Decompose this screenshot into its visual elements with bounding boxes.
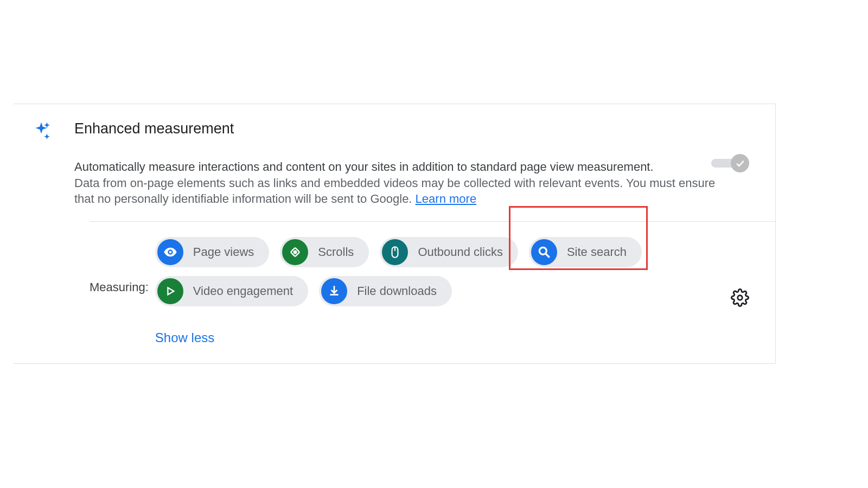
svg-line-5 bbox=[546, 254, 550, 258]
chip-label: Outbound clicks bbox=[418, 245, 503, 259]
toggle-knob bbox=[731, 154, 749, 172]
chip-outbound-clicks[interactable]: Outbound clicks bbox=[380, 237, 518, 267]
mouse-icon bbox=[382, 239, 408, 265]
chip-label: Scrolls bbox=[318, 245, 354, 259]
svg-point-4 bbox=[539, 247, 546, 254]
section-description-line2: Data from on-page elements such as links… bbox=[74, 176, 715, 206]
chip-site-search[interactable]: Site search bbox=[529, 237, 642, 267]
svg-point-1 bbox=[294, 251, 297, 254]
measuring-label: Measuring: bbox=[90, 280, 149, 294]
chip-label: Site search bbox=[567, 245, 627, 259]
scroll-icon bbox=[282, 239, 308, 265]
svg-point-7 bbox=[738, 296, 743, 300]
section-description: Automatically measure interactions and c… bbox=[74, 159, 759, 207]
section-description-line1: Automatically measure interactions and c… bbox=[74, 160, 654, 174]
eye-icon bbox=[157, 239, 183, 265]
chip-label: Page views bbox=[193, 245, 254, 259]
chips-area: Page views Scrolls bbox=[155, 237, 642, 345]
chip-scrolls[interactable]: Scrolls bbox=[280, 237, 369, 267]
download-icon bbox=[321, 278, 347, 304]
chips-row-1: Page views Scrolls bbox=[155, 237, 642, 267]
gear-icon[interactable] bbox=[731, 288, 749, 309]
chip-label: Video engagement bbox=[193, 284, 293, 298]
section-title: Enhanced measurement bbox=[74, 120, 759, 137]
search-icon bbox=[531, 239, 557, 265]
svg-marker-6 bbox=[168, 288, 174, 295]
learn-more-link[interactable]: Learn more bbox=[416, 192, 477, 206]
enhanced-measurement-toggle[interactable] bbox=[711, 154, 749, 171]
chip-page-views[interactable]: Page views bbox=[155, 237, 270, 267]
chip-label: File downloads bbox=[357, 284, 437, 298]
chips-row-2: Video engagement File downloads bbox=[155, 276, 642, 306]
section-header-text: Enhanced measurement Automatically measu… bbox=[74, 120, 759, 207]
enhanced-measurement-panel: Enhanced measurement Automatically measu… bbox=[14, 104, 776, 364]
sparkle-icon bbox=[30, 120, 53, 145]
section-header: Enhanced measurement Automatically measu… bbox=[14, 104, 775, 207]
show-less-link[interactable]: Show less bbox=[155, 330, 642, 345]
chip-video-engagement[interactable]: Video engagement bbox=[155, 276, 308, 306]
chip-file-downloads[interactable]: File downloads bbox=[319, 276, 452, 306]
play-icon bbox=[157, 278, 183, 304]
measuring-block: Measuring: Page views Scro bbox=[14, 222, 775, 345]
